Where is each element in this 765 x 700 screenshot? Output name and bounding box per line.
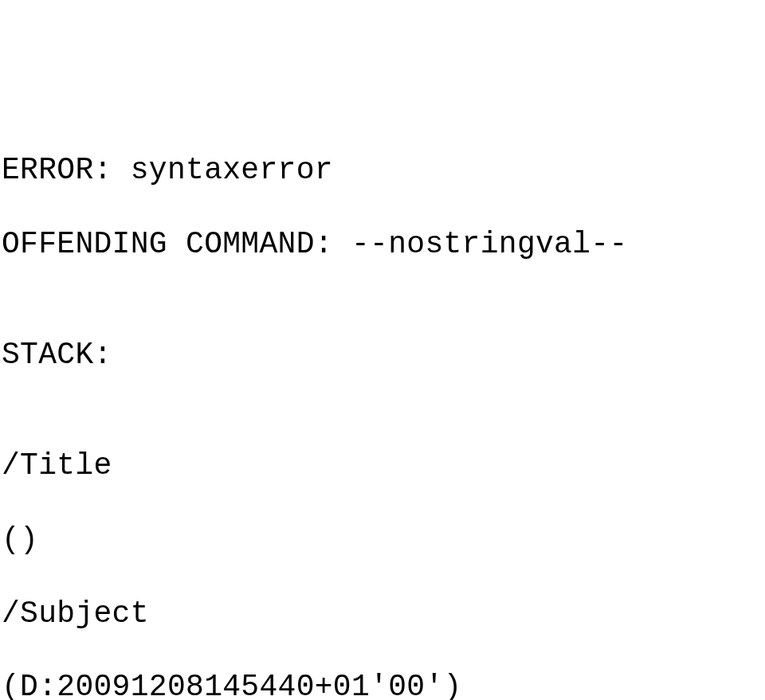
stack-subject-value: (D:20091208145440+01'00') [2,669,765,700]
stack-subject-key: /Subject [2,596,765,632]
stack-title-key: /Title [2,448,765,484]
stack-title-value: () [2,522,765,558]
offending-command-line: OFFENDING COMMAND: --nostringval-- [2,226,765,263]
error-line: ERROR: syntaxerror [2,152,765,189]
stack-header: STACK: [2,337,765,373]
